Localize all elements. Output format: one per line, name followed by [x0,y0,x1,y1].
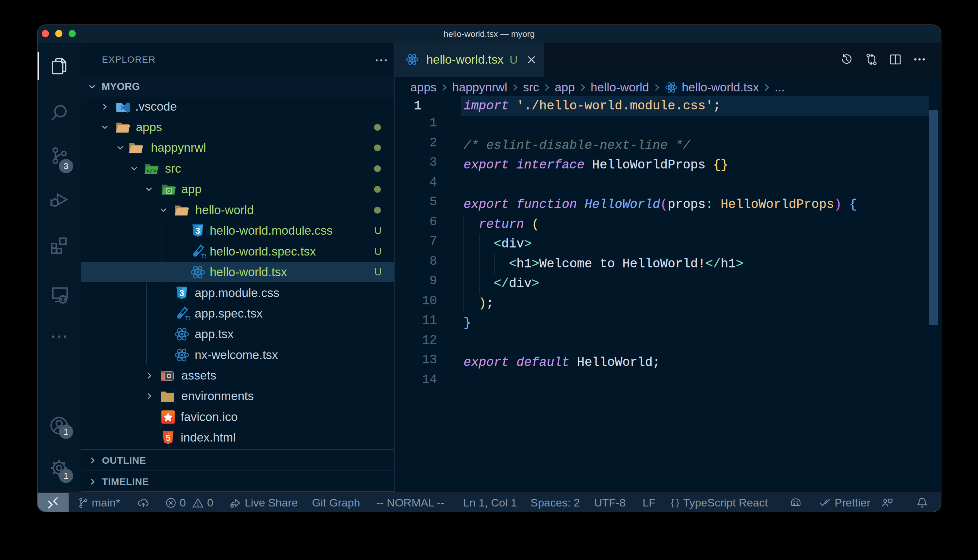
svg-text:</>: </> [146,168,157,174]
svg-text:3: 3 [179,288,184,298]
svg-text:TS: TS [185,315,190,322]
svg-text:3: 3 [196,226,200,236]
svg-text:5: 5 [166,433,171,443]
svg-text:TS: TS [201,253,206,260]
